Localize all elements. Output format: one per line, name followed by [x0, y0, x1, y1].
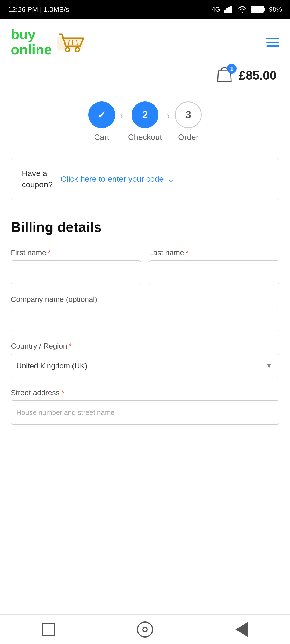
billing-section: Billing details First name * Last name *…	[0, 214, 290, 425]
country-select-wrap: United Kingdom (UK) United States (US) G…	[11, 354, 279, 378]
cart-badge: 1	[227, 64, 237, 74]
first-name-required: *	[48, 248, 51, 257]
logo: buy online	[11, 27, 87, 57]
logo-text-line1: buy	[11, 27, 35, 42]
main-container: buy online	[0, 19, 290, 644]
street-required: *	[61, 389, 64, 397]
first-name-group: First name *	[11, 248, 141, 284]
billing-title: Billing details	[11, 219, 279, 235]
svg-point-12	[76, 48, 79, 51]
cart-bag[interactable]: 1	[215, 65, 234, 85]
svg-rect-5	[264, 8, 265, 11]
name-row: First name * Last name *	[11, 248, 279, 284]
battery-percent: 98%	[269, 6, 282, 13]
country-required: *	[69, 342, 72, 350]
coupon-box[interactable]: Have acoupon? Click here to enter your c…	[11, 158, 279, 200]
svg-rect-1	[226, 8, 228, 13]
svg-point-10	[66, 48, 69, 51]
status-icons: 4G 98%	[212, 6, 282, 13]
coupon-link-text: Click here to enter your code	[61, 173, 164, 185]
logo-cart-icon	[55, 29, 87, 56]
step-2-circle[interactable]: 2	[132, 101, 158, 128]
svg-rect-0	[224, 10, 226, 13]
circle-icon	[137, 621, 153, 638]
coupon-chevron-icon: ⌄	[168, 174, 174, 184]
back-icon	[235, 622, 248, 637]
step-3-label: Order	[178, 133, 199, 142]
company-name-label: Company name (optional)	[11, 295, 279, 304]
country-select[interactable]: United Kingdom (UK) United States (US) G…	[11, 354, 279, 378]
company-name-group: Company name (optional)	[11, 295, 279, 331]
svg-rect-2	[228, 7, 230, 13]
square-button[interactable]	[39, 620, 58, 639]
first-name-input[interactable]	[11, 260, 141, 284]
header: buy online	[0, 19, 290, 63]
step-3-circle: 3	[175, 101, 202, 128]
home-button[interactable]	[136, 620, 154, 639]
street-address-group: Street address *	[11, 389, 279, 425]
back-button[interactable]	[232, 620, 251, 639]
steps-container: ✓ Cart › 2 Checkout › 3 Order	[0, 91, 290, 158]
bottom-nav	[0, 614, 290, 644]
step-checkout: 2 Checkout	[128, 101, 162, 142]
status-bar: 12:26 PM | 1.0MB/s 4G 98%	[0, 0, 290, 19]
coupon-link-wrap[interactable]: Click here to enter your code ⌄	[61, 173, 268, 185]
coupon-label: Have acoupon?	[22, 168, 53, 190]
step-arrow-2: ›	[167, 101, 170, 121]
cart-total: £85.00	[239, 68, 277, 83]
step-order: 3 Order	[175, 101, 202, 142]
country-region-group: Country / Region * United Kingdom (UK) U…	[11, 342, 279, 378]
status-time: 12:26 PM | 1.0MB/s	[8, 5, 69, 14]
last-name-label: Last name *	[149, 248, 279, 257]
last-name-group: Last name *	[149, 248, 279, 284]
signal-icon	[224, 6, 234, 13]
company-name-input[interactable]	[11, 307, 279, 331]
step-cart: ✓ Cart	[88, 101, 115, 142]
street-address-label: Street address *	[11, 389, 279, 397]
square-icon	[42, 623, 55, 636]
step-1-label: Cart	[94, 133, 109, 142]
battery-icon	[251, 6, 265, 13]
svg-rect-6	[251, 7, 263, 12]
logo-text-line2: online	[11, 42, 52, 57]
step-2-label: Checkout	[128, 133, 162, 142]
street-address-input[interactable]	[11, 400, 279, 425]
cart-summary: 1 £85.00	[0, 63, 290, 91]
network-icon: 4G	[212, 6, 220, 13]
circle-inner-icon	[142, 627, 148, 632]
step-1-circle[interactable]: ✓	[88, 101, 115, 128]
country-region-label: Country / Region *	[11, 342, 279, 350]
first-name-label: First name *	[11, 248, 141, 257]
wifi-icon	[237, 6, 247, 13]
svg-rect-3	[230, 6, 232, 13]
last-name-required: *	[186, 248, 189, 257]
last-name-input[interactable]	[149, 260, 279, 284]
menu-icon[interactable]	[266, 38, 279, 47]
step-arrow-1: ›	[120, 101, 123, 121]
